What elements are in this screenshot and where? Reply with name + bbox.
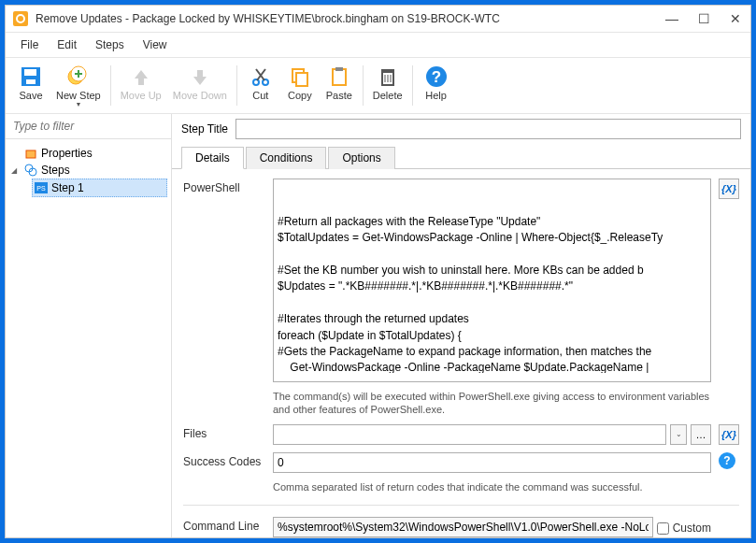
close-button[interactable]: ✕	[728, 11, 743, 26]
powershell-editor[interactable]: #Return all packages with the ReleaseTyp…	[273, 179, 711, 382]
svg-rect-9	[333, 69, 346, 85]
cut-button[interactable]: Cut	[241, 62, 280, 109]
custom-checkbox-wrap[interactable]: Custom	[657, 519, 711, 535]
command-line-input[interactable]	[273, 517, 653, 537]
tabs: Details Conditions Options	[172, 146, 750, 169]
menu-file[interactable]: File	[13, 36, 46, 53]
files-dropdown[interactable]: ⌄	[670, 424, 687, 445]
svg-rect-8	[296, 73, 307, 86]
right-panel: Step Title Details Conditions Options Po…	[172, 114, 750, 537]
app-icon	[13, 11, 28, 26]
new-step-icon	[65, 64, 92, 90]
paste-icon	[326, 64, 352, 90]
svg-text:?: ?	[431, 68, 440, 86]
window-title: Remove Updates - Package Locked by WHISK…	[36, 12, 664, 25]
step-title-label: Step Title	[181, 122, 228, 136]
powershell-help-text: The command(s) will be executed within P…	[273, 390, 711, 417]
files-input[interactable]	[273, 424, 666, 445]
box-icon	[24, 147, 37, 160]
tree-view: Properties ◢ Steps PS Step 1	[6, 139, 171, 203]
toolbar: Save New Step ▼ Move Up Move Down Cut Co…	[6, 58, 750, 114]
help-icon: ?	[423, 64, 449, 90]
move-down-button: Move Down	[167, 62, 233, 109]
menubar: File Edit Steps View	[6, 33, 750, 58]
titlebar: Remove Updates - Package Locked by WHISK…	[6, 6, 750, 33]
svg-text:PS: PS	[36, 185, 46, 192]
tab-options[interactable]: Options	[328, 147, 394, 169]
tree-steps[interactable]: ◢ Steps	[9, 162, 167, 179]
variable-picker-files[interactable]: {X}	[719, 424, 739, 445]
success-codes-help-icon[interactable]: ?	[719, 452, 735, 469]
application-window: Remove Updates - Package Locked by WHISK…	[5, 5, 751, 538]
paste-button[interactable]: Paste	[320, 62, 359, 109]
svg-rect-12	[381, 69, 394, 72]
delete-button[interactable]: Delete	[367, 62, 408, 109]
files-label: Files	[183, 424, 265, 440]
steps-icon	[24, 164, 37, 177]
arrow-up-icon	[128, 64, 154, 90]
powershell-step-icon: PS	[35, 181, 48, 194]
chevron-down-icon: ◢	[11, 166, 21, 175]
details-form: PowerShell #Return all packages with the…	[172, 169, 750, 537]
svg-rect-10	[335, 67, 343, 71]
tree-step-1[interactable]: PS Step 1	[32, 179, 167, 197]
success-codes-label: Success Codes	[183, 452, 265, 468]
arrow-down-icon	[187, 64, 213, 90]
trash-icon	[375, 64, 401, 90]
save-icon	[18, 64, 44, 90]
filter-input[interactable]	[6, 114, 171, 139]
dropdown-arrow-icon: ▼	[75, 101, 81, 107]
maximize-button[interactable]: ☐	[696, 11, 711, 26]
svg-rect-1	[24, 69, 36, 76]
menu-view[interactable]: View	[136, 36, 175, 53]
command-line-label: Command Line	[183, 517, 265, 533]
powershell-code[interactable]: #Return all packages with the ReleaseTyp…	[278, 214, 706, 373]
success-codes-input[interactable]	[273, 452, 711, 473]
move-up-button: Move Up	[115, 62, 167, 109]
menu-steps[interactable]: Steps	[88, 36, 132, 53]
variable-picker-powershell[interactable]: {X}	[719, 179, 739, 199]
custom-label: Custom	[673, 522, 711, 535]
scissors-icon	[248, 64, 274, 90]
new-step-button[interactable]: New Step ▼	[50, 62, 107, 109]
tree-properties[interactable]: Properties	[9, 145, 167, 162]
files-browse-button[interactable]: …	[691, 424, 711, 445]
minimize-button[interactable]: —	[664, 11, 679, 26]
tab-details[interactable]: Details	[181, 147, 244, 169]
powershell-label: PowerShell	[183, 179, 265, 194]
copy-icon	[287, 64, 313, 90]
tab-conditions[interactable]: Conditions	[246, 147, 327, 169]
svg-rect-2	[26, 79, 36, 84]
copy-button[interactable]: Copy	[280, 62, 320, 109]
custom-checkbox[interactable]	[657, 522, 669, 535]
svg-rect-15	[26, 150, 36, 158]
success-codes-help-text: Comma separated list of return codes tha…	[273, 480, 711, 493]
save-button[interactable]: Save	[11, 62, 50, 109]
help-button[interactable]: ? Help	[417, 62, 456, 109]
step-title-input[interactable]	[235, 119, 741, 139]
left-panel: Properties ◢ Steps PS Step 1	[6, 114, 172, 537]
menu-edit[interactable]: Edit	[50, 36, 84, 53]
